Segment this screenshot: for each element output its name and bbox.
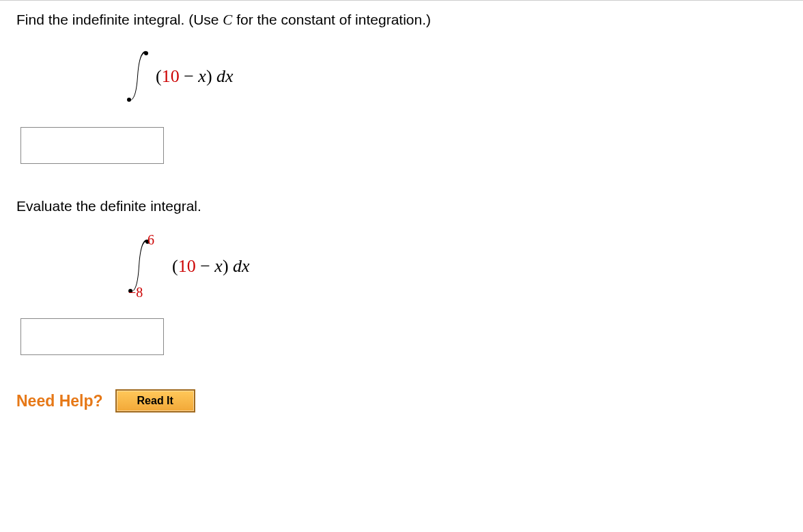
- svg-point-1: [127, 98, 131, 102]
- dx-d: d: [216, 66, 225, 86]
- part2-answer-row: [20, 318, 787, 355]
- need-help-label: Need Help?: [16, 392, 103, 410]
- part1-prompt-post: for the constant of integration.): [232, 12, 431, 27]
- integral-sign-icon: 6 −8: [126, 236, 153, 296]
- integrand-number: 10: [178, 256, 196, 276]
- dx-x: x: [225, 66, 234, 86]
- svg-point-0: [144, 51, 148, 55]
- paren-close: ): [223, 256, 233, 276]
- part2-integral: 6 −8 (10 − x) dx: [126, 236, 787, 296]
- part2-answer-input[interactable]: [20, 318, 164, 355]
- read-it-button[interactable]: Read It: [115, 389, 195, 412]
- part1-integrand: (10 − x) dx: [156, 66, 234, 87]
- part1-prompt-pre: Find the indefinite integral. (Use: [16, 12, 223, 27]
- dx-x: x: [242, 256, 250, 276]
- part1-prompt: Find the indefinite integral. (Use C for…: [16, 12, 787, 29]
- part1-answer-row: [20, 127, 787, 164]
- integrand-x: x: [198, 66, 206, 86]
- part2-integrand: (10 − x) dx: [172, 256, 250, 277]
- integrand-x: x: [214, 256, 223, 276]
- integral-sign-icon: [126, 48, 150, 105]
- paren-open: (: [172, 256, 178, 276]
- integrand-number: 10: [162, 66, 180, 86]
- upper-limit: 6: [147, 232, 154, 248]
- dx-d: d: [233, 256, 242, 276]
- question-content: Find the indefinite integral. (Use C for…: [0, 1, 803, 423]
- part2-prompt: Evaluate the definite integral.: [16, 198, 787, 214]
- minus-sign: −: [196, 256, 215, 276]
- part1-answer-input[interactable]: [20, 127, 164, 164]
- paren-open: (: [156, 66, 162, 86]
- need-help-row: Need Help? Read It: [16, 389, 787, 412]
- lower-limit: −8: [128, 285, 143, 300]
- paren-close: ): [206, 66, 216, 86]
- part1-prompt-c: C: [223, 12, 232, 28]
- part1-integral: (10 − x) dx: [126, 48, 787, 105]
- minus-sign: −: [180, 66, 199, 86]
